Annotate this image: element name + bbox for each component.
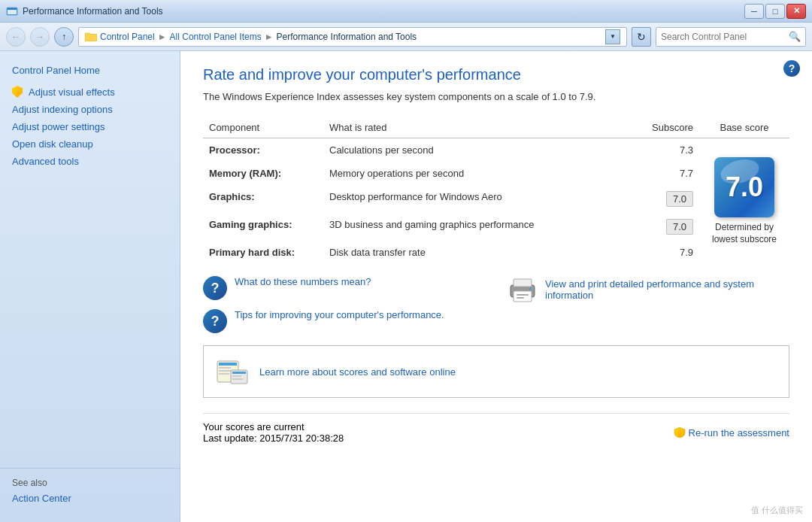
sidebar-item-advanced[interactable]: Advanced tools xyxy=(6,153,174,169)
rated-disk: Disk data transfer rate xyxy=(323,241,639,264)
svg-rect-4 xyxy=(514,279,532,287)
titlebar-controls: ─ □ ✕ xyxy=(744,4,806,19)
page-subtitle: The Windows Experience Index assesses ke… xyxy=(203,91,789,102)
back-button[interactable]: ← xyxy=(6,27,26,47)
page-title: Rate and improve your computer's perform… xyxy=(203,66,789,83)
main-layout: Control Panel Home Adjust visual effects… xyxy=(0,51,812,522)
svg-rect-10 xyxy=(219,363,237,366)
breadcrumb-dropdown[interactable]: ▼ xyxy=(605,29,620,44)
see-also-label: See also xyxy=(12,478,168,488)
col-component: Component xyxy=(203,117,323,138)
last-update-label: Last update: 2015/7/31 20:38:28 xyxy=(203,432,344,444)
rerun-label[interactable]: Re-run the assessment xyxy=(689,427,789,439)
online-link[interactable]: Learn more about scores and software onl… xyxy=(259,366,456,378)
watermark: 值 什么值得买 xyxy=(751,505,803,516)
sidebar-item-visual-effects[interactable]: Adjust visual effects xyxy=(6,83,174,100)
subscore-disk: 7.9 xyxy=(639,241,699,264)
status-text: Your scores are current Last update: 201… xyxy=(203,421,344,444)
question-icon-1: ? xyxy=(203,276,227,300)
search-box: 🔍 xyxy=(656,27,806,47)
base-score-cell: 7.0 Determined by lowest subscore xyxy=(699,138,789,265)
subscore-graphics: 7.0 xyxy=(639,185,699,213)
svg-rect-13 xyxy=(219,373,229,375)
rated-memory: Memory operations per second xyxy=(323,162,639,185)
numbers-mean-link[interactable]: What do these numbers mean? xyxy=(235,276,371,287)
component-disk: Primary hard disk: xyxy=(203,241,323,264)
sidebar-item-label: Advanced tools xyxy=(12,156,79,167)
base-score-label: Determined by lowest subscore xyxy=(705,222,783,245)
help-button[interactable]: ? xyxy=(783,60,800,77)
component-memory: Memory (RAM): xyxy=(203,162,323,185)
svg-rect-7 xyxy=(517,297,524,299)
online-scores-icon xyxy=(216,355,249,388)
info-links-row: ? What do these numbers mean? ? Tips for… xyxy=(203,276,789,342)
info-left: ? What do these numbers mean? ? Tips for… xyxy=(203,276,485,342)
printer-icon xyxy=(508,276,538,303)
up-button[interactable]: ↑ xyxy=(54,27,74,47)
rerun-shield-icon xyxy=(674,426,686,439)
component-gaming: Gaming graphics: xyxy=(203,213,323,241)
refresh-button[interactable]: ↻ xyxy=(632,27,651,47)
subscore-processor: 7.3 xyxy=(639,138,699,162)
svg-rect-16 xyxy=(232,375,241,377)
rated-graphics: Desktop performance for Windows Aero xyxy=(323,185,639,213)
question-icon-2: ? xyxy=(203,309,227,333)
sidebar-item-action-center[interactable]: Action Center xyxy=(12,493,168,504)
info-item-tips: ? Tips for improving your computer's per… xyxy=(203,309,485,333)
breadcrumb-part-3: Performance Information and Tools xyxy=(277,32,417,42)
svg-point-8 xyxy=(529,287,532,290)
sidebar-item-cleanup[interactable]: Open disk cleanup xyxy=(6,136,174,152)
sidebar-item-label: Adjust indexing options xyxy=(12,104,113,115)
svg-rect-5 xyxy=(514,291,532,302)
sidebar-bottom: See also Action Center xyxy=(0,468,180,513)
sidebar-item-label: Open disk cleanup xyxy=(12,138,93,150)
folder-icon xyxy=(85,32,97,41)
addressbar: ← → ↑ Control Panel ► All Control Panel … xyxy=(0,23,812,51)
sidebar-item-label: Adjust power settings xyxy=(12,121,105,132)
performance-table: Component What is rated Subscore Base sc… xyxy=(203,117,789,264)
col-subscore: Subscore xyxy=(639,117,699,138)
sidebar-item-label: Adjust visual effects xyxy=(29,86,115,98)
rerun-link[interactable]: Re-run the assessment xyxy=(674,426,789,439)
subscore-memory: 7.7 xyxy=(639,162,699,185)
rated-gaming: 3D business and gaming graphics performa… xyxy=(323,213,639,241)
info-section: ? What do these numbers mean? ? Tips for… xyxy=(203,276,789,398)
content-area: ? Rate and improve your computer's perfo… xyxy=(180,51,812,522)
search-input[interactable] xyxy=(661,32,786,42)
svg-rect-1 xyxy=(8,9,17,14)
breadcrumb[interactable]: Control Panel ► All Control Panel Items … xyxy=(78,27,627,47)
breadcrumb-sep-1: ► xyxy=(158,32,167,42)
sidebar-item-indexing[interactable]: Adjust indexing options xyxy=(6,102,174,117)
minimize-button[interactable]: ─ xyxy=(744,4,764,19)
col-rated: What is rated xyxy=(323,117,639,138)
svg-rect-11 xyxy=(219,367,231,369)
sidebar-item-power[interactable]: Adjust power settings xyxy=(6,119,174,135)
breadcrumb-part-2[interactable]: All Control Panel Items xyxy=(170,32,262,42)
svg-rect-2 xyxy=(8,8,17,10)
titlebar-left: Performance Information and Tools xyxy=(6,5,163,17)
print-area: View and print detailed performance and … xyxy=(508,276,789,303)
status-bar: Your scores are current Last update: 201… xyxy=(203,413,789,444)
close-button[interactable]: ✕ xyxy=(786,4,806,19)
sidebar-home[interactable]: Control Panel Home xyxy=(0,60,180,83)
svg-rect-17 xyxy=(232,378,243,380)
titlebar: Performance Information and Tools ─ □ ✕ xyxy=(0,0,812,23)
rated-processor: Calculations per second xyxy=(323,138,639,162)
breadcrumb-sep-2: ► xyxy=(265,32,274,42)
table-row: Processor: Calculations per second 7.3 7… xyxy=(203,138,789,162)
base-score-value: 7.0 xyxy=(726,171,763,203)
col-basescore: Base score xyxy=(699,117,789,138)
search-icon[interactable]: 🔍 xyxy=(789,31,801,42)
component-processor: Processor: xyxy=(203,138,323,162)
print-link[interactable]: View and print detailed performance and … xyxy=(545,278,789,301)
breadcrumb-part-1[interactable]: Control Panel xyxy=(100,32,155,42)
subscore-gaming: 7.0 xyxy=(639,213,699,241)
forward-button[interactable]: → xyxy=(30,27,50,47)
svg-rect-15 xyxy=(232,372,246,374)
maximize-button[interactable]: □ xyxy=(765,4,785,19)
shield-icon xyxy=(12,86,23,98)
svg-rect-6 xyxy=(517,294,529,296)
tips-link[interactable]: Tips for improving your computer's perfo… xyxy=(235,309,444,320)
sidebar-nav: Adjust visual effects Adjust indexing op… xyxy=(0,83,180,169)
info-right: View and print detailed performance and … xyxy=(508,276,789,342)
